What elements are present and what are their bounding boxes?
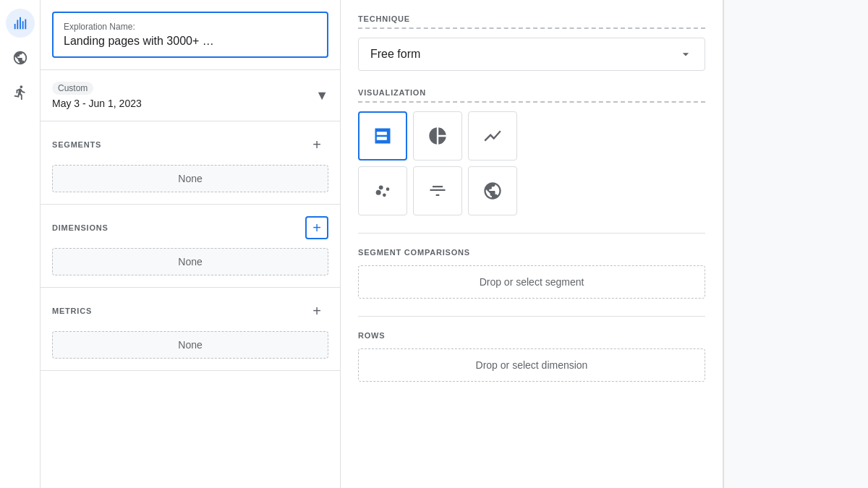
segment-comparisons-label: SEGMENT COMPARISONS (358, 248, 705, 257)
analytics-nav-icon[interactable] (6, 43, 35, 72)
add-segment-button[interactable]: + (305, 133, 328, 156)
metrics-header: METRICS + (52, 299, 328, 322)
metrics-section: METRICS + None (41, 288, 340, 371)
funnel-viz-button[interactable] (413, 166, 462, 215)
visualization-label: VISUALIZATION (358, 88, 705, 103)
chevron-down-icon[interactable]: ▼ (315, 88, 328, 103)
technique-chevron-icon (678, 47, 693, 61)
add-metric-button[interactable]: + (305, 299, 328, 322)
line-viz-button[interactable] (468, 111, 517, 160)
segments-none: None (52, 165, 328, 192)
dimensions-header: DIMENSIONS + (52, 216, 328, 239)
dimensions-title: DIMENSIONS (52, 223, 109, 232)
segment-comparisons-section: SEGMENT COMPARISONS Drop or select segme… (358, 233, 705, 299)
drop-dimension-box[interactable]: Drop or select dimension (358, 348, 705, 382)
technique-value: Free form (370, 48, 420, 61)
drop-segment-box[interactable]: Drop or select segment (358, 265, 705, 299)
technique-label: TECHNIQUE (358, 14, 705, 29)
svg-point-2 (379, 185, 383, 189)
map-viz-button[interactable] (468, 166, 517, 215)
nav-bar (0, 0, 41, 488)
exploration-name-section: Exploration Name: Landing pages with 300… (41, 0, 340, 70)
dimensions-section: DIMENSIONS + None (41, 205, 340, 288)
exploration-name-value: Landing pages with 3000+ … (64, 35, 317, 48)
far-right-panel (723, 0, 868, 488)
scatter-viz-button[interactable] (358, 166, 407, 215)
bar-chart-nav-icon[interactable] (6, 9, 35, 38)
right-panel: TECHNIQUE Free form VISUALIZATION (341, 0, 723, 488)
segments-section: SEGMENTS + None (41, 121, 340, 205)
svg-point-3 (386, 187, 390, 191)
add-dimension-button[interactable]: + (305, 216, 328, 239)
date-range: May 3 - Jun 1, 2023 (52, 98, 142, 109)
dimensions-none: None (52, 248, 328, 275)
segments-header: SEGMENTS + (52, 133, 328, 156)
viz-grid (358, 111, 705, 215)
exploration-name-label: Exploration Name: (64, 22, 317, 32)
cursor-nav-icon[interactable] (6, 78, 35, 107)
metrics-none: None (52, 331, 328, 359)
date-badge: Custom (52, 82, 93, 95)
date-content: Custom May 3 - Jun 1, 2023 (52, 82, 142, 109)
exploration-name-box[interactable]: Exploration Name: Landing pages with 300… (52, 12, 328, 58)
pie-viz-button[interactable] (413, 111, 462, 160)
rows-label: ROWS (358, 331, 705, 340)
table-viz-button[interactable] (358, 111, 407, 160)
left-panel: Exploration Name: Landing pages with 300… (41, 0, 341, 488)
svg-point-1 (383, 194, 386, 197)
metrics-title: METRICS (52, 307, 92, 315)
technique-select[interactable]: Free form (358, 38, 705, 71)
rows-section: ROWS Drop or select dimension (358, 316, 705, 382)
segments-title: SEGMENTS (52, 140, 101, 149)
svg-point-0 (376, 190, 381, 195)
date-section[interactable]: Custom May 3 - Jun 1, 2023 ▼ (41, 70, 340, 121)
